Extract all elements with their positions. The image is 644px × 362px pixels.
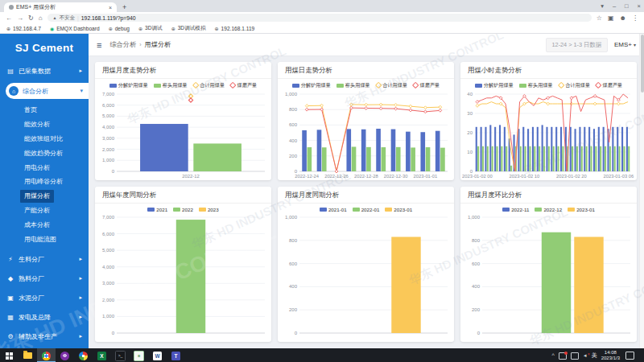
taskbar-app-app-rainbow[interactable] xyxy=(74,348,93,362)
sidebar-group-item[interactable]: ◆熟料分厂▸ xyxy=(0,269,89,288)
taskbar-app-terminal[interactable]: >_ xyxy=(111,348,130,362)
legend-item[interactable]: 合计用煤量 xyxy=(193,82,225,89)
legend-item[interactable]: 窑头用煤量 xyxy=(336,82,370,89)
legend-item[interactable]: 分解炉用煤量 xyxy=(109,82,148,89)
sidebar-submenu-item[interactable]: 能效分析 xyxy=(24,117,89,132)
home-icon[interactable]: ⌂ xyxy=(39,14,43,22)
tray-app-badge-icon[interactable] xyxy=(559,352,567,360)
taskbar-app-start[interactable] xyxy=(0,348,19,362)
tray-chevron-up-icon[interactable]: ^ xyxy=(551,352,554,358)
sidebar-group-label: 综合分析 xyxy=(23,87,48,96)
legend-item[interactable]: 2022 xyxy=(173,207,193,212)
chart-card-title: 用煤年度同期分析 xyxy=(95,187,271,204)
sidebar-submenu-item[interactable]: 能效班组对比 xyxy=(24,132,89,146)
legend-label: 2022-11 xyxy=(511,207,529,212)
legend-item[interactable]: 分解炉用煤量 xyxy=(475,82,514,89)
tab-search-chevron-icon[interactable]: ▾ xyxy=(601,2,604,10)
breadcrumb-section[interactable]: 综合分析 xyxy=(109,40,136,49)
taskbar-app-word[interactable]: W xyxy=(148,348,167,362)
sidebar-group-collected-data[interactable]: ▤ 已采集数据 ▸ xyxy=(0,61,89,80)
page-scrollbar[interactable] xyxy=(639,34,644,348)
legend-item[interactable]: 2023 xyxy=(199,207,219,212)
legend-item[interactable]: 窑头用煤量 xyxy=(519,82,553,89)
bookmark-item[interactable]: ⊕192.168.1.119 xyxy=(215,26,255,31)
profile-avatar-icon[interactable]: ☻ xyxy=(620,14,626,22)
chart-card: 用煤月度走势分析分解炉用煤量窑头用煤量合计用煤量煤磨产量01,0002,0003… xyxy=(95,62,271,180)
new-tab-button[interactable]: + xyxy=(122,3,126,12)
sidebar-submenu-item[interactable]: 用电能流图 xyxy=(24,232,89,246)
legend-item[interactable]: 窑头用煤量 xyxy=(154,82,188,89)
legend-item[interactable]: 分解炉用煤量 xyxy=(292,82,331,89)
legend-item[interactable]: 2021 xyxy=(147,207,167,212)
legend-item[interactable]: 2023-01 xyxy=(568,207,595,212)
legend-item[interactable]: 2022-11 xyxy=(502,207,529,212)
legend-item[interactable]: 煤磨产量 xyxy=(413,82,440,89)
window-restore-button[interactable]: □ xyxy=(625,2,629,10)
reload-icon[interactable]: ↻ xyxy=(28,14,34,22)
sidebar-group-item[interactable]: ⚡生料分厂▸ xyxy=(0,249,89,269)
date-range-button[interactable]: 12-24 > 1-3 日数据 xyxy=(546,38,608,52)
hamburger-menu-icon[interactable]: ≡ xyxy=(97,40,101,50)
bookmark-item[interactable]: ◉EMQX Dashboard xyxy=(50,26,100,31)
tab-close-icon[interactable]: × xyxy=(109,5,112,10)
legend-item[interactable]: 煤磨产量 xyxy=(230,82,257,89)
tray-clock[interactable]: 14:08 2023/1/3 xyxy=(601,350,620,361)
chart-canvas[interactable]: 02004006008001,0002022-12-242022-12-2620… xyxy=(279,90,452,180)
sidebar-submenu-item[interactable]: 用电峰谷分析 xyxy=(24,175,89,189)
bookmark-item[interactable]: ⊕3D调试 xyxy=(138,25,163,32)
legend-label: 合计用煤量 xyxy=(382,82,407,89)
legend-item[interactable]: 2021-01 xyxy=(320,207,347,212)
window-minimize-button[interactable]: – xyxy=(613,2,616,10)
tray-speaker-muted-icon[interactable]: ◄× xyxy=(583,353,588,358)
chart-canvas[interactable]: 01,0002,0003,0004,0005,0006,0007,000 xyxy=(97,213,270,342)
sidebar-submenu-item[interactable]: 用煤分析 xyxy=(20,190,54,203)
bookmark-item[interactable]: ⊕192.168.4.7 xyxy=(6,26,41,31)
back-icon[interactable]: ← xyxy=(6,14,12,22)
svg-text:200: 200 xyxy=(289,307,298,312)
side-panel-icon[interactable]: ▣ xyxy=(608,14,614,22)
sidebar-group-item[interactable]: ⚙辅助及非生产▸ xyxy=(0,327,89,346)
chart-canvas[interactable]: 01,0002,0003,0004,0005,0006,0007,0002022… xyxy=(97,90,270,180)
chevron-down-icon: ▾ xyxy=(634,42,636,47)
legend-item[interactable]: 2023-01 xyxy=(385,207,412,212)
sidebar-submenu-item[interactable]: 首页 xyxy=(24,103,89,117)
user-dropdown[interactable]: EMS+ ▾ xyxy=(614,41,636,48)
scrollbar-thumb[interactable] xyxy=(641,35,644,93)
sidebar-group-item[interactable]: ▦发电及总降▸ xyxy=(0,307,89,327)
legend-item[interactable]: 2022-01 xyxy=(353,207,380,212)
chart-card: 用煤小时走势分析分解炉用煤量窑头用煤量合计用煤量煤磨产量010203040202… xyxy=(460,62,637,180)
taskbar-app-chrome[interactable] xyxy=(37,348,56,362)
bookmark-item[interactable]: ⊕3D调试模拟 xyxy=(171,25,206,32)
legend-item[interactable]: 煤磨产量 xyxy=(596,82,622,89)
bookmark-star-icon[interactable]: ☆ xyxy=(597,14,602,22)
not-secure-warning-icon[interactable]: ▲ xyxy=(53,15,57,20)
tray-monitor-icon[interactable] xyxy=(571,352,579,360)
action-center-icon[interactable] xyxy=(625,352,634,360)
sidebar-submenu-item[interactable]: 产能分析 xyxy=(24,204,89,218)
taskbar-app-teams[interactable]: T xyxy=(167,348,185,362)
browser-tab[interactable]: EMS+ 用煤分析 × xyxy=(4,2,117,12)
taskbar-app-excel[interactable]: X xyxy=(93,348,111,362)
url-input[interactable]: ▲ 不安全 | 192.168.1.119/?p=940 xyxy=(47,14,592,22)
legend-item[interactable]: 合计用煤量 xyxy=(376,82,407,89)
sidebar-submenu-item[interactable]: 能效趋势分析 xyxy=(24,146,89,160)
chart-canvas[interactable]: 02004006008001,000 xyxy=(462,213,635,342)
legend-item[interactable]: 2022-12 xyxy=(535,207,562,212)
taskbar-app-file-explorer[interactable] xyxy=(19,348,37,362)
sidebar-group-item[interactable]: ▣水泥分厂▸ xyxy=(0,288,89,307)
bookmark-item[interactable]: ⊕debug xyxy=(109,26,130,31)
legend-item[interactable]: 合计用煤量 xyxy=(559,82,590,89)
forward-icon[interactable]: → xyxy=(17,14,23,22)
chart-canvas[interactable]: 02004006008001,000 xyxy=(279,213,452,342)
browser-menu-kebab-icon[interactable]: ⋮ xyxy=(632,14,638,22)
tray-language-indicator[interactable]: 美 xyxy=(592,352,597,360)
sidebar-submenu-item[interactable]: 用电分析 xyxy=(24,160,89,175)
breadcrumb-separator-icon: › xyxy=(139,42,141,47)
chart-canvas[interactable]: 0102030402023-01-02 002023-01-02 102023-… xyxy=(462,90,635,180)
sidebar-group-comprehensive-analysis[interactable]: ⌂ 综合分析 ▾ xyxy=(6,83,89,99)
taskbar-app-notepad[interactable]: ≡ xyxy=(130,348,148,362)
taskbar-app-app-purple[interactable] xyxy=(56,348,74,362)
window-close-button[interactable]: × xyxy=(638,2,641,10)
url-separator: | xyxy=(77,15,79,21)
sidebar-submenu-item[interactable]: 成本分析 xyxy=(24,218,89,232)
